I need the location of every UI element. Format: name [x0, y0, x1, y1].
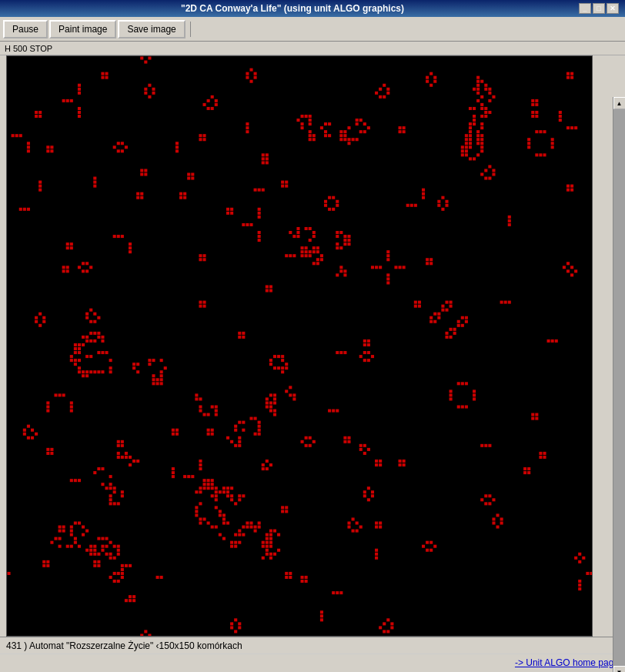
step-bar: H 500 STOP	[0, 42, 625, 55]
minimize-button[interactable]: _	[579, 3, 591, 14]
toolbar-separator	[190, 22, 191, 37]
status-bar: 431 ) Automat "Rozszerzalne Życie" ‹150x…	[0, 637, 625, 654]
footer-bar: -> Unit ALGO home page	[0, 654, 625, 670]
title-text: "2D CA Conway'a Life" (using unit ALGO g…	[6, 3, 579, 14]
scroll-up-arrow[interactable]: ▲	[613, 97, 626, 109]
title-bar: "2D CA Conway'a Life" (using unit ALGO g…	[0, 0, 625, 17]
main-layout: ▲ ▼	[0, 55, 625, 637]
maximize-button[interactable]: □	[593, 3, 605, 14]
right-scrollbar[interactable]: ▲ ▼	[613, 97, 625, 672]
pause-button[interactable]: Pause	[3, 20, 48, 38]
close-button[interactable]: ✕	[607, 3, 619, 14]
status-text: 431 ) Automat "Rozszerzalne Życie" ‹150x…	[6, 640, 242, 651]
save-image-button[interactable]: Save image	[118, 20, 185, 38]
algo-home-link[interactable]: -> Unit ALGO home page	[515, 657, 619, 668]
life-canvas	[7, 56, 593, 637]
canvas-container	[6, 55, 593, 637]
step-text: H 500 STOP	[5, 44, 52, 53]
window-controls: _ □ ✕	[579, 3, 619, 14]
toolbar: Pause Paint image Save image	[0, 17, 625, 42]
scroll-down-arrow[interactable]: ▼	[613, 666, 626, 672]
scroll-track	[613, 109, 626, 666]
paint-image-button[interactable]: Paint image	[49, 20, 116, 38]
